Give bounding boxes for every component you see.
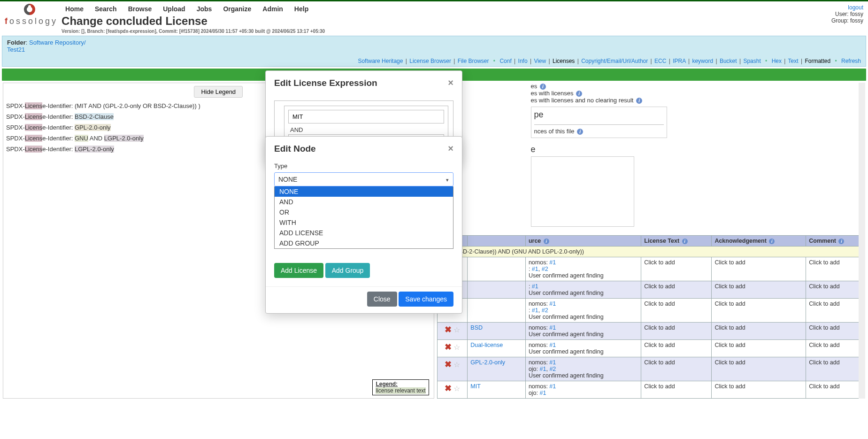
finding-link[interactable]: #1 — [532, 266, 538, 272]
subnav-keyword[interactable]: keyword — [692, 58, 713, 64]
nav-home[interactable]: Home — [65, 5, 84, 13]
vertical-scrollbar[interactable] — [859, 83, 865, 399]
click-to-add-cell[interactable]: Click to add — [712, 381, 806, 399]
click-to-add-cell[interactable]: Click to add — [712, 323, 806, 340]
info-icon[interactable]: i — [540, 84, 546, 90]
close-icon[interactable]: × — [448, 77, 453, 88]
click-to-add-cell[interactable]: Click to add — [806, 323, 865, 340]
close-button[interactable]: Close — [367, 292, 397, 307]
horizontal-scrollbar[interactable] — [3, 398, 434, 399]
star-icon[interactable]: ☆ — [453, 326, 460, 334]
star-icon[interactable]: ☆ — [453, 385, 460, 393]
subnav-file-browser[interactable]: File Browser — [458, 58, 489, 64]
subnav-copyright-email-url-author[interactable]: Copyright/Email/Url/Author — [581, 58, 648, 64]
subnav-text[interactable]: Text — [788, 58, 799, 64]
group-label: Group: — [831, 17, 849, 24]
close-icon[interactable]: × — [448, 143, 453, 154]
click-to-add-cell[interactable]: Click to add — [806, 257, 865, 281]
finding-link[interactable]: #1 — [549, 359, 556, 366]
subnav-refresh[interactable]: Refresh — [841, 58, 861, 64]
star-icon[interactable]: ☆ — [453, 361, 460, 369]
subnav-spasht[interactable]: Spasht — [743, 58, 760, 64]
logout-link[interactable]: logout — [848, 4, 863, 11]
license-link[interactable]: MIT — [470, 383, 481, 390]
click-to-add-cell[interactable]: Click to add — [806, 340, 865, 357]
license-link[interactable]: BSD — [470, 324, 483, 331]
click-to-add-cell[interactable]: Click to add — [641, 340, 712, 357]
info-icon[interactable]: i — [576, 91, 582, 97]
remove-icon[interactable]: ✖ — [445, 325, 452, 334]
license-link[interactable]: GPL-2.0-only — [470, 359, 505, 366]
subnav-conf[interactable]: Conf — [499, 58, 511, 64]
info-icon[interactable]: i — [577, 129, 583, 135]
finding-link[interactable]: #1 — [540, 366, 546, 372]
nav-admin[interactable]: Admin — [262, 5, 283, 13]
finding-link[interactable]: #1 — [549, 383, 556, 390]
version-line: Version: [], Branch: [feat/spdx-expressi… — [61, 29, 831, 34]
remove-icon[interactable]: ✖ — [445, 360, 452, 369]
finding-link[interactable]: #1 — [532, 283, 538, 290]
hide-legend-button[interactable]: Hide Legend — [194, 86, 243, 98]
star-icon[interactable]: ☆ — [453, 343, 460, 351]
click-to-add-cell[interactable]: Click to add — [712, 299, 806, 323]
nav-organize[interactable]: Organize — [223, 5, 251, 13]
subnav-ecc[interactable]: ECC — [654, 58, 666, 64]
add-license-button[interactable]: Add License — [274, 263, 323, 278]
nav-help[interactable]: Help — [294, 5, 308, 13]
table-header: License Text i — [641, 236, 712, 246]
nav-browse[interactable]: Browse — [128, 5, 152, 13]
subnav-license-browser[interactable]: License Browser — [409, 58, 451, 64]
info-icon[interactable]: i — [636, 98, 642, 104]
option-none[interactable]: NONE — [275, 186, 453, 197]
nav-search[interactable]: Search — [95, 5, 117, 13]
breadcrumb-box: Folder: Software Repository/ Test21 Soft… — [2, 36, 866, 67]
subnav-view[interactable]: View — [534, 58, 546, 64]
finding-link[interactable]: #1 — [532, 307, 538, 314]
breadcrumb-item[interactable]: Test21 — [7, 46, 25, 53]
remove-icon[interactable]: ✖ — [445, 384, 452, 393]
subnav-hex[interactable]: Hex — [772, 58, 782, 64]
click-to-add-cell[interactable]: Click to add — [641, 323, 712, 340]
finding-link[interactable]: #1 — [549, 259, 556, 266]
finding-link[interactable]: #2 — [549, 366, 556, 372]
click-to-add-cell[interactable]: Click to add — [712, 281, 806, 299]
click-to-add-cell[interactable]: Click to add — [806, 299, 865, 323]
click-to-add-cell[interactable]: Click to add — [712, 340, 806, 357]
finding-link[interactable]: #2 — [542, 307, 548, 314]
nav-upload[interactable]: Upload — [163, 5, 185, 13]
finding-link[interactable]: #2 — [542, 266, 548, 272]
save-changes-button[interactable]: Save changes — [399, 292, 453, 307]
subnav-bucket[interactable]: Bucket — [720, 58, 737, 64]
finding-link[interactable]: #1 — [549, 300, 556, 307]
option-add-group[interactable]: ADD GROUP — [275, 238, 453, 248]
click-to-add-cell[interactable]: Click to add — [641, 381, 712, 399]
type-select[interactable]: NONE — [274, 172, 453, 186]
remove-icon[interactable]: ✖ — [445, 342, 452, 352]
click-to-add-cell[interactable]: Click to add — [806, 357, 865, 381]
expr-node-input[interactable] — [288, 110, 444, 123]
option-or[interactable]: OR — [275, 207, 453, 217]
subnav-software-heritage[interactable]: Software Heritage — [358, 58, 403, 64]
click-to-add-cell[interactable]: Click to add — [712, 257, 806, 281]
click-to-add-cell[interactable]: Click to add — [806, 281, 865, 299]
add-group-button[interactable]: Add Group — [325, 263, 370, 278]
click-to-add-cell[interactable]: Click to add — [641, 281, 712, 299]
subnav-ipra[interactable]: IPRA — [673, 58, 685, 64]
breadcrumb-repo[interactable]: Software Repository/ — [29, 39, 86, 46]
option-and[interactable]: AND — [275, 197, 453, 207]
click-to-add-cell[interactable]: Click to add — [712, 357, 806, 381]
click-to-add-cell[interactable]: Click to add — [641, 299, 712, 323]
click-to-add-cell[interactable]: Click to add — [806, 381, 865, 399]
right-textarea[interactable] — [531, 156, 634, 227]
nav-jobs[interactable]: Jobs — [197, 5, 212, 13]
click-to-add-cell[interactable]: Click to add — [641, 357, 712, 381]
option-with[interactable]: WITH — [275, 217, 453, 228]
source-cell: nomos: #1User confirmed agent finding — [525, 340, 641, 357]
finding-link[interactable]: #1 — [540, 390, 546, 396]
click-to-add-cell[interactable]: Click to add — [641, 257, 712, 281]
finding-link[interactable]: #1 — [549, 324, 556, 331]
license-link[interactable]: Dual-license — [470, 342, 503, 348]
option-add-license[interactable]: ADD LICENSE — [275, 228, 453, 238]
subnav-info[interactable]: Info — [518, 58, 528, 64]
finding-link[interactable]: #1 — [549, 342, 556, 348]
